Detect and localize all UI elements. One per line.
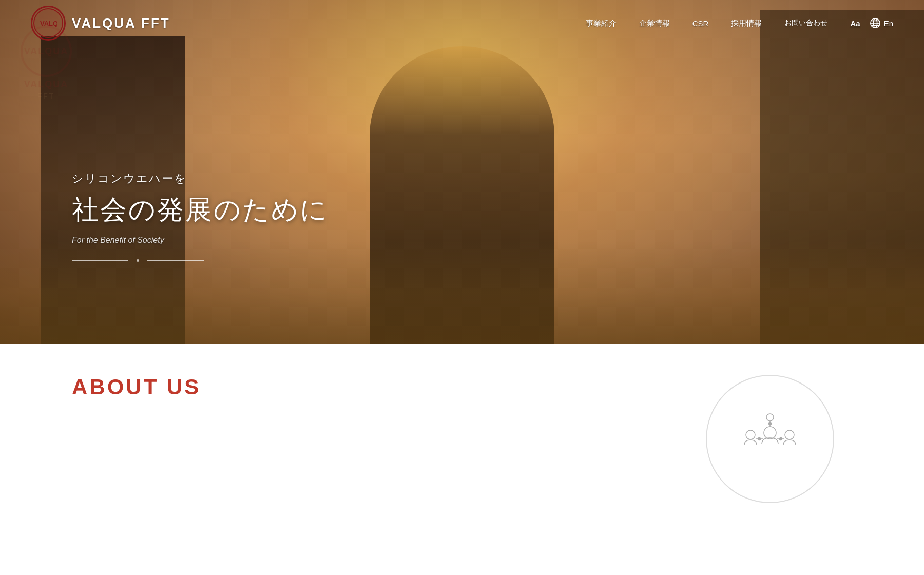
font-size-toggle[interactable]: Aa: [850, 19, 860, 28]
hero-title: 社会の発展のために: [72, 194, 329, 225]
about-title: ABOUT US: [72, 375, 688, 399]
hero-content: シリコンウエハーを 社会の発展のために For the Benefit of S…: [72, 171, 329, 262]
lang-label: En: [884, 19, 893, 28]
svg-point-8: [785, 430, 794, 439]
divider-line-2: [147, 260, 204, 261]
nav-utilities: Aa En: [850, 17, 893, 29]
hero-subtitle: シリコンウエハーを: [72, 171, 329, 186]
svg-point-6: [764, 427, 776, 439]
svg-point-7: [746, 430, 755, 439]
nav-item-saiyo[interactable]: 採用情報: [731, 18, 762, 28]
divider-dot: [137, 259, 139, 262]
nav-item-contact[interactable]: お問い合わせ: [784, 18, 827, 28]
logo-badge-inner: VALQUA: [33, 8, 63, 38]
header: VALQUA VALQUA FFT 事業紹介 企業情報 CSR 採用情報 お問い…: [0, 0, 924, 46]
watermark-brand: VALQUA: [24, 79, 69, 90]
network-circle: [706, 375, 834, 503]
hero-tagline: For the Benefit of Society: [72, 236, 329, 245]
nav-menu: 事業紹介 企業情報 CSR 採用情報 お問い合わせ: [586, 18, 828, 28]
about-section: ABOUT US: [0, 344, 924, 524]
network-icon: [739, 408, 801, 470]
about-left: ABOUT US: [72, 375, 688, 399]
logo-area: VALQUA VALQUA FFT: [31, 6, 170, 41]
svg-point-11: [758, 438, 761, 440]
svg-point-12: [780, 438, 782, 440]
svg-point-15: [769, 423, 772, 425]
logo-badge: VALQUA: [31, 6, 66, 41]
nav-item-kigyojoho[interactable]: 企業情報: [639, 18, 670, 28]
svg-point-13: [766, 414, 774, 421]
lang-toggle[interactable]: En: [870, 17, 893, 29]
nav-item-jigyoshokai[interactable]: 事業紹介: [586, 18, 617, 28]
hero-section: VALQUA VALQUA FFT VALQUA VALQUA FFT 事業紹介…: [0, 0, 924, 344]
divider-line-1: [72, 260, 128, 261]
hero-divider: [72, 259, 329, 262]
logo-icon: VALQUA: [39, 17, 57, 29]
about-right: [688, 375, 852, 503]
watermark-text: VALQUA: [24, 46, 69, 57]
svg-text:VALQUA: VALQUA: [40, 20, 57, 27]
globe-icon: [870, 17, 881, 29]
watermark-sub: FFT: [37, 92, 55, 100]
brand-name: VALQUA FFT: [72, 15, 170, 31]
nav-item-csr[interactable]: CSR: [692, 19, 709, 28]
